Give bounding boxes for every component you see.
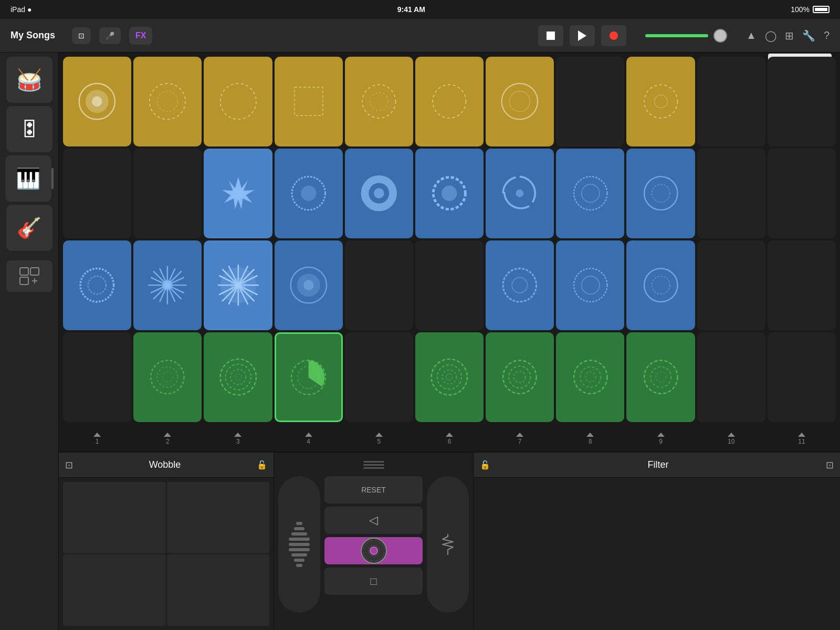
pad-r1-c11[interactable] — [768, 57, 836, 146]
pad-r2-c3[interactable] — [204, 149, 272, 238]
pad-r2-c11[interactable] — [768, 149, 836, 238]
wrench-icon[interactable]: 🔧 — [802, 29, 815, 42]
play-reverse-button[interactable]: ◁ — [324, 507, 423, 534]
headphone-icon[interactable]: ◯ — [765, 29, 776, 42]
pad-r2-c6[interactable] — [415, 149, 484, 238]
pad-r3-c5[interactable] — [345, 240, 413, 330]
pad-r1-c5[interactable] — [345, 57, 413, 146]
pad-r3-c11[interactable] — [768, 240, 836, 330]
pad-r1-c7[interactable] — [486, 57, 554, 146]
reset-button[interactable]: RESET — [324, 476, 423, 503]
pad-r1-c10[interactable] — [697, 57, 765, 146]
right-slider[interactable] — [427, 476, 469, 613]
record-button-panel[interactable] — [324, 537, 423, 564]
col-9[interactable]: 9 — [626, 428, 695, 449]
volume-knob[interactable] — [713, 29, 727, 43]
col-1[interactable]: 1 — [63, 428, 131, 449]
drag-handle[interactable] — [51, 168, 54, 189]
wobble-q4[interactable] — [167, 554, 270, 626]
pad-r1-c1[interactable] — [63, 57, 131, 146]
pad-pattern-r1c4 — [283, 68, 334, 135]
wobble-instrument-icon[interactable]: ⊡ — [65, 459, 73, 471]
pad-r3-c9[interactable] — [626, 240, 695, 330]
slider-bar-7 — [291, 553, 307, 556]
pad-r1-c3[interactable] — [204, 57, 272, 146]
mic-button[interactable]: 🎤 — [99, 27, 121, 44]
pad-r2-c7[interactable] — [486, 149, 554, 238]
vinyl-record-icon — [361, 538, 387, 564]
record-button[interactable] — [601, 25, 626, 46]
col-11[interactable]: 11 — [768, 428, 836, 449]
pad-r3-c10[interactable] — [697, 240, 765, 330]
help-icon[interactable]: ? — [824, 29, 830, 41]
pad-r3-c6[interactable] — [415, 240, 484, 330]
pad-r4-c9[interactable] — [626, 332, 695, 422]
col-4[interactable]: 4 — [275, 428, 343, 449]
col-8[interactable]: 8 — [556, 428, 624, 449]
pad-r1-c6[interactable] — [415, 57, 484, 146]
pad-r3-c1[interactable] — [63, 240, 131, 330]
play-button[interactable] — [570, 25, 595, 46]
col-10[interactable]: 10 — [697, 428, 765, 449]
pad-r4-c11[interactable] — [768, 332, 836, 422]
wobble-q2[interactable] — [167, 482, 270, 553]
pad-r2-c8[interactable] — [556, 149, 624, 238]
svg-point-77 — [514, 372, 526, 383]
filter-instrument-icon[interactable]: ⊡ — [826, 459, 834, 471]
pad-r4-c2[interactable] — [133, 332, 202, 422]
filter-content-wrap[interactable]: Cutoff Resonance — [474, 478, 840, 630]
pad-r4-c8[interactable] — [556, 332, 624, 422]
pad-r1-c9[interactable] — [626, 57, 695, 146]
pad-r4-c5[interactable] — [345, 332, 413, 422]
mic-icon: 🎤 — [106, 32, 114, 40]
pad-r3-c3[interactable] — [204, 240, 272, 330]
pad-pattern-r3c1 — [71, 251, 123, 319]
pad-r2-c1[interactable] — [63, 149, 131, 238]
beat-machine-icon: 🎛 — [19, 118, 39, 141]
filter-lock-icon[interactable]: 🔓 — [480, 460, 490, 470]
pad-r3-c4[interactable] — [275, 240, 343, 330]
wobble-q1[interactable] — [63, 482, 166, 553]
sidebar-item-beatmachine[interactable]: 🎛 — [6, 106, 52, 152]
pad-r1-c4[interactable] — [275, 57, 343, 146]
col-7[interactable]: 7 — [486, 428, 554, 449]
pad-r4-c6[interactable] — [415, 332, 484, 422]
my-songs-button[interactable]: My Songs — [10, 30, 55, 41]
svg-point-17 — [644, 85, 677, 118]
mixer-icon[interactable]: ⊞ — [785, 29, 794, 42]
metronome-icon[interactable]: ▲ — [746, 29, 757, 41]
col-3[interactable]: 3 — [204, 428, 272, 449]
split-view-button[interactable]: ⊡ — [72, 27, 91, 44]
wobble-lock-icon[interactable]: 🔓 — [257, 460, 267, 470]
sidebar-item-bass[interactable]: 🎸 — [6, 205, 52, 251]
pad-r1-c2[interactable] — [133, 57, 202, 146]
pad-r4-c4[interactable] — [275, 332, 343, 422]
pad-r2-c4[interactable] — [275, 149, 343, 238]
col-2[interactable]: 2 — [133, 428, 202, 449]
sidebar-item-synth-row: 🎹 — [5, 155, 54, 202]
stop-button-panel[interactable]: □ — [324, 568, 423, 595]
pad-r2-c9[interactable] — [626, 149, 695, 238]
pad-r2-c10[interactable] — [697, 149, 765, 238]
pad-r1-c8[interactable] — [556, 57, 624, 146]
pad-r2-c2[interactable] — [133, 149, 202, 238]
scene-view-button[interactable] — [6, 260, 52, 292]
sidebar-item-synth[interactable]: 🎹 — [5, 155, 51, 202]
pad-r4-c10[interactable] — [697, 332, 765, 422]
col-5[interactable]: 5 — [345, 428, 413, 449]
sidebar-item-drums[interactable]: 🥁 — [6, 57, 52, 103]
wobble-q3[interactable] — [63, 554, 166, 626]
pad-r4-c1[interactable] — [63, 332, 131, 422]
pad-r3-c8[interactable] — [556, 240, 624, 330]
pad-r3-c2[interactable] — [133, 240, 202, 330]
pad-r2-c5[interactable] — [345, 149, 413, 238]
volume-slider[interactable] — [645, 34, 708, 37]
stop-button[interactable] — [538, 25, 563, 46]
fx-button[interactable]: FX — [129, 27, 152, 45]
drag-handle[interactable] — [363, 457, 384, 473]
col-6[interactable]: 6 — [415, 428, 484, 449]
left-slider[interactable] — [278, 476, 320, 613]
pad-r4-c7[interactable] — [486, 332, 554, 422]
pad-r4-c3[interactable] — [204, 332, 272, 422]
pad-r3-c7[interactable] — [486, 240, 554, 330]
